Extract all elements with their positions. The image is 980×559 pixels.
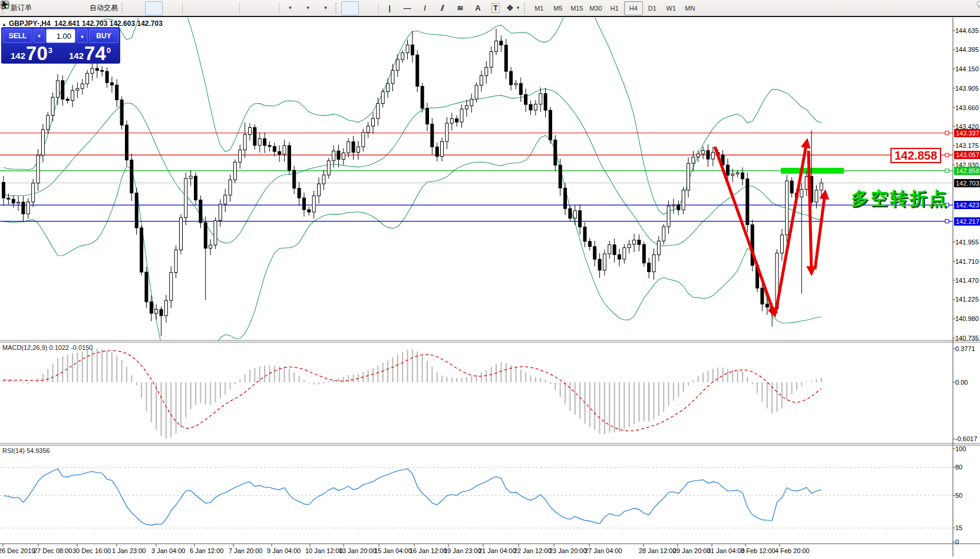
chat-icon[interactable] (976, 0, 980, 9)
price-tick-label: 144.150 (955, 65, 980, 73)
timeframe-button-M15[interactable]: M15 (567, 1, 586, 15)
timeframe-button-W1[interactable]: W1 (662, 1, 681, 15)
timeframe-group: M1M5M15M30H1H4D1W1MN (530, 1, 699, 15)
time-tick-label: 22 Jan 12:00 (514, 547, 552, 554)
mql5-market-button[interactable] (34, 1, 52, 15)
time-tick-label: 26 Dec 2019 (0, 547, 35, 554)
price-tick-label: 140.735 (955, 335, 980, 342)
price-tick-label: 143.905 (955, 85, 980, 92)
timeframe-button-D1[interactable]: D1 (643, 1, 662, 15)
line-chart-type-button[interactable] (163, 1, 180, 15)
ohlc-low: 142.603 (110, 19, 135, 28)
fibonacci-tool-button[interactable]: ≋ (451, 1, 469, 15)
timeframe-button-H1[interactable]: H1 (605, 1, 624, 15)
time-tick-label: 27 Dec 08:00 (34, 547, 72, 554)
timeframe-button-H4[interactable]: H4 (624, 1, 643, 15)
dropdown-caret: ▼ (306, 5, 311, 11)
sell-price-big: 70 (26, 45, 48, 62)
ohlc-close: 142.703 (137, 19, 163, 28)
price-tick-label: 143.175 (955, 142, 980, 150)
sell-price-prefix: 142 (11, 51, 25, 61)
time-tick-label: 28 Jan 12:00 (639, 547, 677, 554)
price-tick-label: 140.980 (955, 315, 980, 323)
one-click-collapse-icon[interactable]: ▲ (2, 22, 6, 27)
chart-canvas[interactable] (0, 0, 980, 559)
vertical-line-tool-button[interactable]: | (381, 1, 398, 15)
toolbar-drag-handle[interactable] (335, 3, 339, 14)
chart-shift-button[interactable] (259, 1, 277, 15)
rsi-indicator-label: RSI(14) 54.9356 (2, 447, 50, 454)
time-tick-label: 1 Jan 23:00 (112, 547, 146, 554)
bar-chart-type-button[interactable] (127, 1, 145, 15)
timeframe-button-M5[interactable]: M5 (549, 1, 567, 15)
rsi-line (4, 469, 821, 525)
main-toolbar: 新订单 自动交易 ▼ ▼ (0, 0, 980, 16)
cn-annotation-text[interactable]: 多空转折点 (851, 187, 948, 211)
buy-button[interactable]: BUY (89, 29, 118, 43)
toolbar-drag-handle[interactable] (524, 3, 528, 14)
toolbar-drag-handle[interactable] (121, 3, 126, 14)
time-tick-label: 7 Jan 20:00 (229, 547, 263, 554)
time-tick-label: 27 Jan 04:00 (585, 547, 622, 554)
ohlc-open: 142.641 (54, 19, 80, 28)
cursor-tool-button[interactable] (341, 1, 359, 15)
channel-icon: ⫽ (441, 4, 444, 13)
tile-windows-button[interactable] (220, 1, 237, 15)
timeframe-button-M30[interactable]: M30 (586, 1, 605, 15)
time-tick-label: 21 Jan 04:00 (479, 547, 516, 554)
price-annotation-box[interactable]: 142.858 (890, 148, 941, 163)
volume-increase-button[interactable]: ▲ (77, 29, 88, 43)
templates-button[interactable]: ▼ (316, 1, 334, 15)
rsi-tick-label: 0 (955, 538, 980, 546)
trend-arrow-objects[interactable] (715, 142, 825, 314)
arrows-tool-button[interactable]: ✥▼ (504, 1, 523, 15)
trendline-tool-button[interactable]: / (416, 1, 434, 15)
rsi-tick-label: 50 (955, 492, 980, 500)
thick-green-segment[interactable] (781, 168, 844, 174)
sell-button[interactable]: SELL (3, 29, 32, 43)
price-tick-label: 144.395 (955, 46, 980, 54)
time-tick-label: 4 Feb 20:00 (775, 547, 810, 554)
buy-price-display[interactable]: 142740 (61, 44, 118, 62)
macd-tick-label: -0.6017 (955, 435, 980, 443)
timeframe-button-MN[interactable]: MN (681, 1, 699, 15)
horizontal-line-tool-button[interactable]: — (398, 1, 416, 15)
symbol-ohlc-header: ▲GBPJPY-,H4 142.641 142.703 142.603 142.… (2, 19, 163, 28)
trend-arrow[interactable] (776, 142, 807, 313)
community-button[interactable] (52, 1, 70, 15)
arrows-tool-icon: ✥ (507, 4, 513, 12)
zoom-out-button[interactable] (202, 1, 220, 15)
new-order-button[interactable]: 新订单 (8, 1, 34, 15)
ohlc-high: 142.703 (82, 19, 107, 28)
time-tick-label: 6 Jan 12:00 (190, 547, 224, 554)
time-tick-label: 15 Jan 04:00 (374, 547, 412, 554)
text-label-tool-button[interactable]: T (487, 1, 504, 15)
sell-price-display[interactable]: 142703 (3, 44, 60, 62)
macd-histogram (4, 349, 821, 439)
marked-price-label: 143.337 (954, 129, 980, 137)
signals-button[interactable] (70, 1, 87, 15)
autotrading-button[interactable]: 自动交易 (87, 1, 120, 15)
text-tool-button[interactable]: A (469, 1, 487, 15)
volume-input[interactable]: 1.00 (46, 29, 75, 43)
timeframe-button-M1[interactable]: M1 (530, 1, 549, 15)
volume-decrease-button[interactable]: ▼ (34, 29, 45, 43)
indicators-button[interactable]: ▼ (281, 1, 299, 15)
candlestick-chart-type-button[interactable] (145, 1, 163, 15)
zoom-in-button[interactable] (184, 1, 202, 15)
time-tick-label: 23 Jan 20:00 (549, 547, 587, 554)
buy-price-big: 74 (84, 45, 106, 62)
rsi-plot (0, 468, 953, 528)
candlesticks (2, 29, 823, 336)
autotrading-label: 自动交易 (90, 3, 118, 13)
periods-button[interactable]: ▼ (299, 1, 316, 15)
marked-price-label: 142.703 (954, 179, 980, 187)
time-tick-label: 3 Jan 04:00 (151, 547, 186, 554)
channel-tool-button[interactable]: ⫽ (434, 1, 451, 15)
trend-arrow[interactable] (715, 147, 774, 314)
crosshair-tool-button[interactable] (359, 1, 377, 15)
price-tick-label: 141.710 (955, 258, 980, 266)
auto-scroll-button[interactable] (242, 1, 259, 15)
buy-price-prefix: 142 (69, 51, 84, 61)
marked-price-label: 142.423 (954, 201, 980, 209)
